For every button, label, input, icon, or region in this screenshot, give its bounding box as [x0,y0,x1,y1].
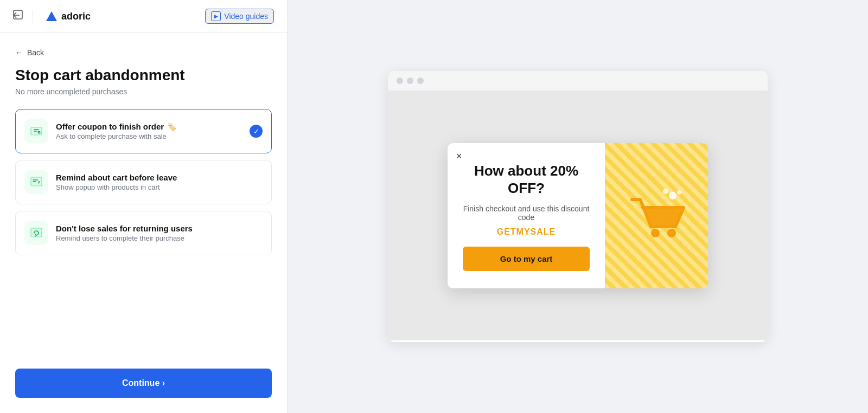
browser-mockup: × How about 20% OFF? Finish checkout and… [388,71,768,342]
continue-button[interactable]: Continue › [15,369,272,398]
video-guides-button[interactable]: ▶ Video guides [205,9,274,24]
page-subtitle: No more uncompleted purchases [15,87,272,96]
browser-content: × How about 20% OFF? Finish checkout and… [388,91,768,340]
browser-dot-3 [417,78,424,84]
continue-label: Continue › [122,378,165,388]
offer-coupon-icon [24,119,48,143]
remind-cart-title: Remind about cart before leave [56,173,263,182]
popup-discount-code: GETMYSALE [497,227,556,237]
svg-point-7 [667,229,676,237]
tag-icon: 🏷️ [167,122,176,131]
browser-dot-1 [397,78,403,84]
video-guides-label: Video guides [224,12,268,21]
browser-dot-2 [407,78,413,84]
svg-rect-4 [31,177,42,186]
popup-right-illustration [605,143,708,288]
back-arrow-icon: ← [15,48,23,57]
options-list: Offer coupon to finish order 🏷️ Ask to c… [15,109,272,353]
popup-left: How about 20% OFF? Finish checkout and u… [448,143,605,288]
back-label: Back [27,48,44,57]
back-link[interactable]: ← Back [15,48,272,57]
popup-cta-button[interactable]: Go to my cart [463,247,590,271]
header: adoric ▶ Video guides [0,0,287,33]
svg-point-6 [651,229,660,237]
popup-subtext: Finish checkout and use this discount co… [463,204,590,222]
svg-point-10 [677,190,681,195]
shopping-cart-illustration [621,180,692,251]
returning-users-icon [24,221,48,245]
option-card-remind-cart[interactable]: Remind about cart before leave Show popu… [15,160,272,204]
left-panel: adoric ▶ Video guides ← Back Stop cart a… [0,0,288,413]
remind-cart-icon [24,170,48,194]
right-panel: × How about 20% OFF? Finish checkout and… [288,0,868,413]
popup-card: × How about 20% OFF? Finish checkout and… [448,143,708,288]
page-title: Stop cart abandonment [15,67,272,84]
option-card-returning-users[interactable]: Don't lose sales for returning users Rem… [15,211,272,255]
offer-coupon-title: Offer coupon to finish order 🏷️ [56,122,242,131]
main-content: ← Back Stop cart abandonment No more unc… [0,33,287,413]
logo-icon [46,11,57,21]
returning-users-desc: Remind users to complete their purchase [56,234,263,242]
logo-text: adoric [61,11,91,22]
video-play-icon: ▶ [211,11,221,21]
browser-bar [388,71,768,91]
option-card-offer-coupon[interactable]: Offer coupon to finish order 🏷️ Ask to c… [15,109,272,153]
svg-point-9 [663,189,668,194]
svg-point-8 [669,192,676,199]
remind-cart-desc: Show popup with products in cart [56,183,263,191]
offer-coupon-text: Offer coupon to finish order 🏷️ Ask to c… [56,122,242,140]
remind-cart-text: Remind about cart before leave Show popu… [56,173,263,191]
selected-checkmark: ✓ [250,125,263,138]
exit-icon[interactable] [13,10,33,23]
offer-coupon-desc: Ask to complete purchase with sale [56,132,242,140]
svg-rect-0 [14,10,22,19]
returning-users-text: Don't lose sales for returning users Rem… [56,224,263,242]
popup-close-icon[interactable]: × [456,151,462,162]
popup-heading: How about 20% OFF? [463,163,590,196]
logo-area: adoric [46,11,91,22]
returning-users-title: Don't lose sales for returning users [56,224,263,233]
